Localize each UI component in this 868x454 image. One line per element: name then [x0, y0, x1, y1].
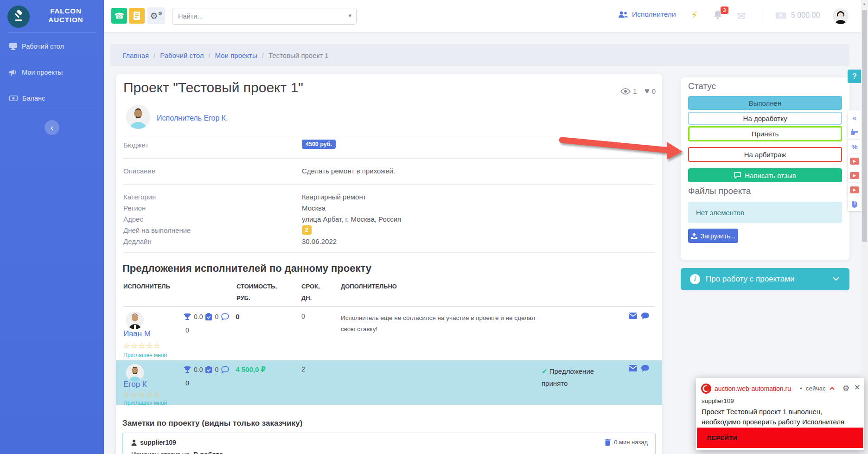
collapse-panel-button[interactable]: « [848, 110, 862, 125]
favorites-stat[interactable]: ♥ 0 [645, 86, 656, 96]
breadcrumb-home[interactable]: Главная [122, 51, 149, 59]
video-button[interactable]: ▶ [848, 153, 862, 168]
user-avatar[interactable] [833, 8, 849, 24]
note-status: В работе [193, 451, 223, 454]
video-button[interactable]: ▶ [848, 168, 862, 182]
help-button[interactable]: ? [848, 70, 862, 83]
performer-avatar[interactable] [126, 105, 150, 129]
status-rework-button[interactable]: На доработку [688, 112, 842, 125]
column-header-term: СРОК, ДН. [301, 281, 326, 304]
hand-tool-button[interactable] [848, 197, 862, 211]
offer-accepted-text: Предложение принято [542, 367, 594, 387]
brand-logo [7, 6, 30, 28]
status-arbitration-button[interactable]: На арбитраж [688, 147, 842, 162]
topbar: ☎ ⚙⚙ ▾ Исполнители ⚡ 3 ✉ 1 5 000.00 [104, 0, 861, 32]
search-box: ▾ [172, 8, 357, 25]
offer-row-accepted: 0.0 0 4 500,0 ₽ 0 2 ✔ Предложение принят… [116, 360, 662, 405]
sidebar-collapse-button[interactable]: ‹ [45, 120, 59, 135]
desktop-icon [9, 43, 17, 50]
note-entry: supplier109 0 мин назад Изменен статус н… [122, 433, 656, 454]
banner-label: Про работу с проектами [706, 275, 794, 284]
column-header-extra: ДОПОЛНИТЕЛЬНО [341, 281, 397, 293]
offer-avatar[interactable] [126, 364, 144, 382]
deadline-label: Дедлайн [123, 237, 152, 245]
address-value: улица Арбат, г. Москва, Россия [302, 215, 401, 223]
edge-toolbar: « % ▶ ▶ ▶ [848, 110, 862, 211]
offer-performer-name[interactable]: Егор К [123, 380, 147, 389]
trophy-icon [184, 313, 191, 320]
notification-go-button[interactable]: ПЕРЕЙТИ [697, 428, 863, 448]
sidebar: FALCON AUCTION Рабочий стол Мои проекты … [0, 0, 104, 454]
chat-icon[interactable] [641, 313, 649, 320]
status-done-button[interactable]: Выполнен [688, 96, 842, 110]
balance-amount: 5 000.00 [791, 11, 820, 19]
chevron-up-icon[interactable] [830, 387, 835, 390]
performers-label: Исполнители [632, 10, 676, 19]
project-card: Проект "Тестовый проект 1" 1 ♥ 0 Исполни… [116, 74, 662, 454]
offer-bid-sub: 0 [185, 379, 189, 387]
topbar-divider [762, 7, 762, 26]
description-value: Сделать ремонт в прихожей. [302, 167, 395, 175]
breadcrumb-desktop[interactable]: Рабочий стол [160, 51, 204, 59]
files-empty-text: Нет элементов [696, 209, 744, 217]
sidebar-item-balance[interactable]: Баланс [0, 89, 104, 108]
notification-close-icon[interactable]: ✕ [854, 383, 860, 392]
offer-completed: 0 [215, 366, 218, 373]
offer-avatar[interactable] [126, 312, 144, 329]
percent-tool-button[interactable]: % [848, 139, 862, 153]
favorites-count: 0 [652, 87, 656, 95]
money-icon [9, 96, 18, 101]
status-accept-button[interactable]: Принять [688, 126, 842, 141]
send-mail-icon[interactable] [629, 313, 637, 319]
search-input[interactable] [178, 8, 340, 24]
dot-separator: • [800, 385, 802, 392]
comment-icon [221, 313, 229, 320]
gears-icon: ⚙⚙ [150, 11, 163, 21]
notification-settings-icon[interactable]: ⚙ [842, 384, 849, 393]
tasks-icon [205, 313, 212, 320]
category-value: Квартирный ремонт [302, 193, 366, 201]
offer-stars[interactable]: ☆☆☆☆☆ [123, 341, 161, 350]
hand-icon [851, 201, 858, 208]
dropdown-caret-icon[interactable]: ▾ [348, 12, 351, 19]
sidebar-item-desktop[interactable]: Рабочий стол [0, 37, 104, 56]
lightning-icon[interactable]: ⚡ [691, 9, 698, 21]
notes-title: Заметки по проекту (видны только заказчи… [122, 419, 302, 428]
breadcrumb-separator: / [208, 51, 210, 59]
phone-button[interactable]: ☎ [111, 8, 127, 24]
check-icon: ✔ [542, 367, 548, 375]
pointing-hand-icon [851, 129, 858, 135]
divider [123, 158, 655, 159]
sidebar-item-my-projects[interactable]: Мои проекты [0, 63, 104, 82]
offer-bid-sub: 0 [185, 326, 189, 334]
docs-button[interactable] [129, 8, 145, 24]
offer-bid: 4 500,0 ₽ [236, 365, 266, 374]
views-stat: 1 [620, 87, 637, 95]
settings-button[interactable]: ⚙⚙ [147, 7, 165, 24]
offer-term: 2 [301, 365, 305, 373]
scrollbar-thumb[interactable] [862, 10, 867, 242]
divider [123, 184, 655, 185]
write-review-button[interactable]: Написать отзыв [688, 168, 842, 182]
offer-stars[interactable]: ☆☆☆☆☆ [123, 390, 161, 399]
video-button[interactable]: ▶ [848, 182, 862, 197]
chat-icon[interactable] [641, 365, 649, 372]
offer-actions [629, 365, 649, 372]
breadcrumb-current: Тестовый проект 1 [268, 51, 329, 59]
days-badge: 2 [302, 225, 312, 235]
performers-link[interactable]: Исполнители [618, 10, 676, 19]
performer-link[interactable]: Исполнитель Егор К. [157, 114, 228, 122]
browser-notification: auction.web-automation.ru • сейчас ⚙ ✕ s… [696, 378, 864, 450]
brand[interactable]: FALCON AUCTION [0, 5, 104, 31]
offer-performer-name[interactable]: Иван М [123, 329, 151, 339]
projects-help-banner[interactable]: i Про работу с проектами [681, 268, 849, 290]
scroll-up-icon[interactable]: ▲ [862, 2, 866, 6]
upload-button[interactable]: Загрузить... [688, 229, 738, 243]
breadcrumb-my-projects[interactable]: Мои проекты [215, 51, 257, 59]
envelope-icon[interactable]: ✉ [737, 10, 746, 22]
send-mail-icon[interactable] [629, 365, 637, 371]
notification-author: supplier109 [702, 397, 734, 404]
pointer-tool-button[interactable] [848, 125, 862, 139]
offer-accepted: ✔ Предложение принято [542, 365, 616, 389]
trash-icon[interactable] [605, 439, 611, 446]
